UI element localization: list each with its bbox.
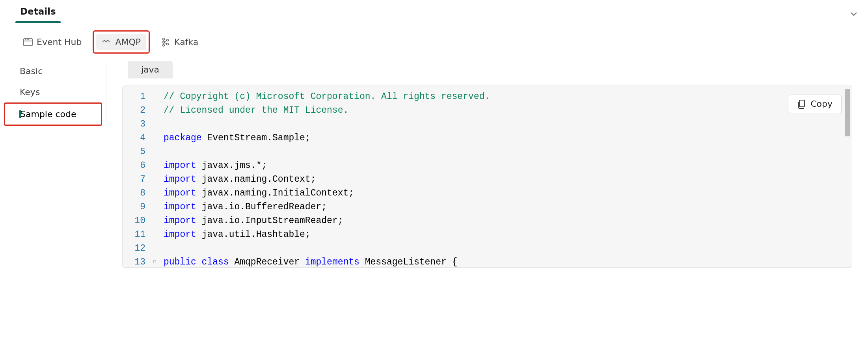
highlight-amqp: AMQP <box>93 30 150 54</box>
scrollbar-vertical[interactable] <box>845 88 850 265</box>
sidebar-item-keys[interactable]: Keys <box>0 82 106 102</box>
sidebar-item-sample-code[interactable]: Sample code <box>5 104 101 125</box>
code-line[interactable]: package EventStream.Sample; <box>164 131 852 145</box>
line-number: 13 <box>123 255 149 267</box>
code-line[interactable]: import javax.naming.InitialContext; <box>164 186 852 200</box>
line-number: 12 <box>123 242 149 255</box>
kafka-icon <box>161 37 170 47</box>
line-number: 1 <box>123 90 149 104</box>
code-line[interactable] <box>164 145 852 159</box>
line-number: 2 <box>123 104 149 117</box>
sidebar-item-basic[interactable]: Basic <box>0 61 106 82</box>
code-line[interactable]: import java.io.BufferedReader; <box>164 200 852 214</box>
chevron-down-icon[interactable] <box>850 10 863 18</box>
pill-event-hub[interactable]: Event Hub <box>18 33 87 51</box>
pill-label: Kafka <box>174 37 198 47</box>
code-line[interactable] <box>164 242 852 255</box>
code-line[interactable]: import java.util.Hashtable; <box>164 228 852 242</box>
code-line[interactable]: import java.io.InputStreamReader; <box>164 214 852 228</box>
code-line[interactable]: // Copyright (c) Microsoft Corporation. … <box>164 90 852 104</box>
amqp-icon <box>102 37 111 47</box>
svg-line-12 <box>164 41 167 42</box>
line-number: 9 <box>123 200 149 214</box>
pill-label: AMQP <box>115 37 141 47</box>
pill-kafka[interactable]: Kafka <box>155 33 204 51</box>
code-line[interactable]: import javax.naming.Context; <box>164 173 852 186</box>
line-number: 7 <box>123 173 149 186</box>
svg-rect-0 <box>24 39 32 46</box>
pill-amqp[interactable]: AMQP <box>96 34 146 50</box>
line-number: 3 <box>123 117 149 131</box>
line-number: 10 <box>123 214 149 228</box>
protocol-pill-row: Event Hub AMQP Kafka <box>0 23 868 61</box>
svg-rect-14 <box>799 100 805 107</box>
copy-icon <box>797 99 806 109</box>
event-hub-icon <box>23 37 33 47</box>
svg-point-6 <box>163 41 165 43</box>
lang-tab-java[interactable]: java <box>128 61 173 78</box>
svg-line-13 <box>164 43 167 44</box>
svg-point-5 <box>163 38 165 40</box>
code-block: Copy 12345678910111213141516171819 ⊟ // … <box>122 86 852 268</box>
line-number: 5 <box>123 145 149 159</box>
svg-point-4 <box>28 39 29 40</box>
svg-point-8 <box>167 39 169 41</box>
line-number: 4 <box>123 131 149 145</box>
code-line[interactable]: public class AmqpReceiver implements Mes… <box>164 255 852 267</box>
line-number: 6 <box>123 159 149 173</box>
code-line[interactable] <box>164 117 852 131</box>
svg-point-7 <box>163 44 165 46</box>
svg-point-2 <box>25 39 26 40</box>
code-line[interactable]: // Licensed under the MIT License. <box>164 104 852 117</box>
copy-label: Copy <box>810 99 833 109</box>
copy-button[interactable]: Copy <box>788 95 842 113</box>
highlight-sample-code: Sample code <box>4 102 102 126</box>
line-number: 8 <box>123 186 149 200</box>
sidebar: Basic Keys Sample code <box>0 61 106 126</box>
code-editor[interactable]: 12345678910111213141516171819 ⊟ // Copyr… <box>123 86 852 267</box>
tab-details[interactable]: Details <box>18 6 58 23</box>
pill-label: Event Hub <box>37 37 82 47</box>
fold-toggle-icon[interactable]: ⊟ <box>149 255 160 267</box>
svg-point-3 <box>27 39 28 40</box>
line-number: 11 <box>123 228 149 242</box>
svg-point-9 <box>167 43 169 45</box>
code-line[interactable]: import javax.jms.*; <box>164 159 852 173</box>
